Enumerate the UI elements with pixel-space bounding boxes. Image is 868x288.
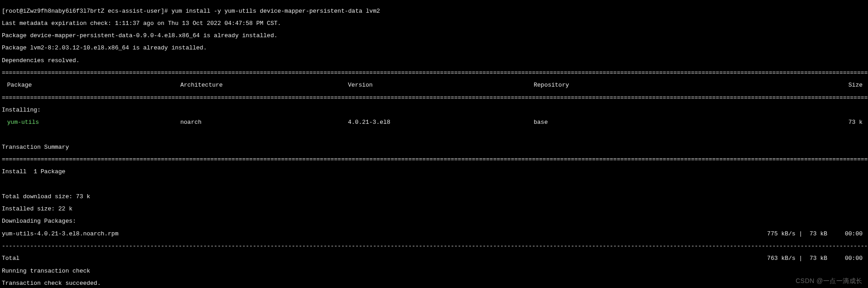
row-repo: base [534,119,694,126]
table-row: yum-utils noarch 4.0.21-3.el8 base 73 k [2,119,866,126]
prompt-line-1: [root@iZwz9fh8naby6i6f3l7brtZ ecs-assist… [2,8,866,15]
tx-check: Running transaction check [2,268,866,274]
download-line: yum-utils-4.0.21-3.el8.noarch.rpm 775 kB… [2,231,866,237]
total-stats: 763 kB/s | 73 kB 00:00 [767,255,866,262]
metadata-check: Last metadata expiration check: 1:11:37 … [2,20,866,27]
download-file: yum-utils-4.0.21-3.el8.noarch.rpm [2,231,767,237]
installing-header: Installing: [2,107,866,113]
install-count: Install 1 Package [2,169,866,175]
row-arch: noarch [180,119,348,126]
already-installed-1: Package device-mapper-persistent-data-0.… [2,33,866,39]
header-repo: Repository [534,82,694,88]
rule-top: ========================================… [2,70,866,76]
downloading-packages: Downloading Packages: [2,218,866,225]
total-line: Total 763 kB/s | 73 kB 00:00 [2,255,866,262]
header-version: Version [348,82,534,88]
header-size: Size [694,82,866,88]
terminal-output[interactable]: [root@iZwz9fh8naby6i6f3l7brtZ ecs-assist… [0,0,868,288]
header-arch: Architecture [180,82,348,88]
row-package: yum-utils [2,119,180,126]
total-label: Total [2,255,767,262]
row-version: 4.0.21-3.el8 [348,119,534,126]
download-stats: 775 kB/s | 73 kB 00:00 [767,231,866,237]
watermark: CSDN @一点一滴成长 [796,278,863,284]
rule-dash: ----------------------------------------… [2,243,866,249]
already-installed-2: Package lvm2-8:2.03.12-10.el8.x86_64 is … [2,45,866,51]
row-size: 73 k [694,119,866,126]
blank [2,132,866,138]
rule-summary: ========================================… [2,156,866,163]
rule-mid: ========================================… [2,95,866,101]
tx-check-ok: Transaction check succeeded. [2,280,866,287]
installed-size: Installed size: 22 k [2,206,866,212]
transaction-summary: Transaction Summary [2,144,866,151]
total-download-size: Total download size: 73 k [2,194,866,200]
dependencies-resolved: Dependencies resolved. [2,58,866,64]
blank [2,181,866,188]
header-package: Package [2,82,180,88]
table-header: Package Architecture Version Repository … [2,82,866,88]
